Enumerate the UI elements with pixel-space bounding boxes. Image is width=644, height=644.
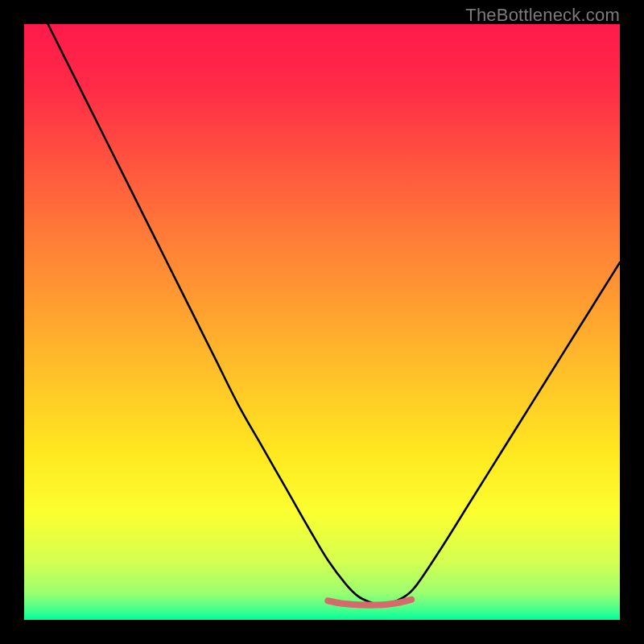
chart-stage: TheBottleneck.com [0,0,644,644]
plot-area [24,24,620,620]
bottleneck-curve [48,24,620,605]
watermark-text: TheBottleneck.com [465,5,620,26]
chart-curves [24,24,620,620]
flat-highlight [328,600,411,605]
